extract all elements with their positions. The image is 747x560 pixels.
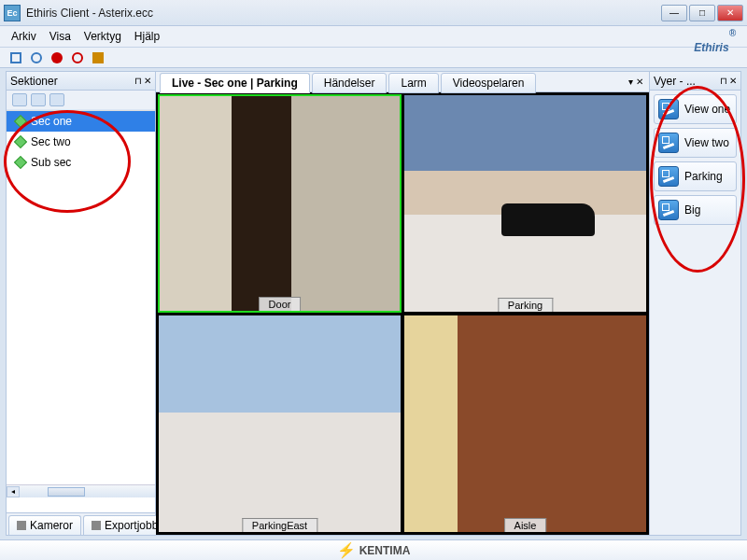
left-panel: Sektioner ⊓ ✕ Sec one Sec two Sub sec — [7, 72, 156, 535]
camera-tile-parkingeast[interactable]: ParkingEast — [158, 315, 402, 533]
app-icon: Ec — [4, 5, 21, 21]
view-btn-view-two[interactable]: View two — [654, 128, 737, 158]
view-list: View one View two Parking Big — [650, 91, 740, 229]
camera-icon — [17, 521, 26, 530]
view-label: Parking — [684, 170, 723, 183]
camera-tile-aisle[interactable]: Aisle — [403, 315, 647, 533]
right-panel-title: Vyer - ... — [654, 75, 696, 88]
tab-live[interactable]: Live - Sec one | Parking — [160, 73, 310, 93]
maximize-button[interactable]: □ — [689, 5, 715, 21]
menu-bar: Arkiv Visa Verktyg Hjälp — [0, 26, 747, 48]
download-icon — [92, 52, 104, 63]
horizontal-scrollbar[interactable]: ◂ — [7, 484, 155, 497]
bullet-icon — [14, 156, 27, 169]
view-btn-big[interactable]: Big — [654, 195, 737, 225]
camera-feed — [160, 96, 400, 311]
export-icon — [92, 521, 101, 530]
bullet-icon — [14, 135, 27, 148]
tab-videospelaren[interactable]: Videospelaren — [441, 73, 537, 93]
main-toolbar — [0, 48, 747, 68]
view-label: View one — [684, 103, 730, 116]
footer: ⚡ KENTIMA — [0, 539, 747, 560]
tree-item-sub-sec[interactable]: Sub sec — [7, 152, 155, 173]
panel-close-icon[interactable]: ✕ — [729, 76, 737, 86]
left-panel-title: Sektioner — [10, 75, 58, 88]
view-icon — [658, 200, 679, 220]
camera-tile-parking[interactable]: Parking — [403, 94, 647, 313]
view-label: Big — [684, 203, 700, 217]
scroll-thumb[interactable] — [48, 487, 85, 497]
view-btn-view-one[interactable]: View one — [654, 94, 737, 124]
record-icon — [51, 52, 63, 63]
view-label: View two — [684, 136, 729, 149]
tab-kameror[interactable]: Kameror — [8, 515, 81, 535]
menu-verktyg[interactable]: Verktyg — [84, 30, 121, 43]
toolbar-button-1[interactable] — [7, 49, 24, 66]
camera-tile-door[interactable]: Door — [158, 94, 402, 313]
tab-handelser[interactable]: Händelser — [312, 73, 388, 93]
camera-feed — [404, 95, 646, 312]
close-button[interactable]: ✕ — [717, 5, 743, 21]
view-btn-parking[interactable]: Parking — [654, 161, 737, 191]
view-icon — [658, 99, 679, 119]
view-icon — [10, 52, 21, 63]
tree-item-label: Sec two — [31, 135, 71, 148]
center-panel: Live - Sec one | Parking Händelser Larm … — [156, 72, 649, 535]
title-bar: Ec Ethiris Client - Asterix.ecc — □ ✕ — [0, 0, 747, 26]
toolbar-button-5[interactable] — [90, 49, 106, 66]
scroll-left-icon[interactable]: ◂ — [7, 486, 20, 497]
camera-label: Door — [259, 297, 302, 311]
menu-arkiv[interactable]: Arkiv — [11, 30, 36, 43]
sub-icon-3[interactable] — [49, 93, 64, 106]
left-sub-toolbar — [7, 91, 155, 110]
power-icon — [72, 52, 83, 63]
view-icon — [658, 133, 679, 153]
camera-feed — [159, 315, 401, 532]
refresh-icon — [31, 52, 42, 63]
left-panel-header: Sektioner ⊓ ✕ — [7, 72, 155, 91]
brand-logo: Ethiris® — [694, 28, 736, 58]
camera-label: ParkingEast — [242, 518, 317, 532]
tab-label: Exportjobb — [105, 519, 158, 532]
tab-dropdown-icon[interactable]: ▾ ✕ — [628, 77, 643, 87]
section-tree: Sec one Sec two Sub sec ◂ — [7, 110, 155, 512]
sub-icon-1[interactable] — [12, 93, 27, 106]
pin-icon[interactable]: ⊓ — [134, 76, 142, 86]
toolbar-button-4[interactable] — [69, 49, 86, 66]
camera-label: Parking — [498, 298, 553, 312]
left-bottom-tabs: Kameror Exportjobb — [7, 512, 155, 535]
tree-item-sec-one[interactable]: Sec one — [7, 111, 155, 132]
tab-exportjobb[interactable]: Exportjobb — [83, 515, 166, 535]
content-area: Sektioner ⊓ ✕ Sec one Sec two Sub sec — [6, 71, 741, 536]
menu-visa[interactable]: Visa — [49, 30, 71, 43]
minimize-button[interactable]: — — [661, 5, 687, 21]
camera-feed — [404, 315, 646, 532]
toolbar-button-2[interactable] — [28, 49, 45, 66]
tree-item-label: Sub sec — [31, 156, 71, 169]
right-panel: Vyer - ... ⊓ ✕ View one View two Parking… — [649, 72, 740, 535]
pin-icon[interactable]: ⊓ — [720, 76, 727, 86]
tab-label: Kameror — [30, 519, 73, 532]
camera-label: Aisle — [504, 518, 547, 532]
bullet-icon — [14, 115, 27, 128]
right-panel-header: Vyer - ... ⊓ ✕ — [650, 72, 740, 91]
window-controls: — □ ✕ — [661, 5, 743, 21]
sub-icon-2[interactable] — [31, 93, 46, 106]
panel-close-icon[interactable]: ✕ — [144, 76, 151, 86]
tree-item-label: Sec one — [31, 115, 72, 128]
tab-larm[interactable]: Larm — [388, 73, 438, 93]
kentima-logo: ⚡ KENTIMA — [337, 541, 411, 559]
menu-hjalp[interactable]: Hjälp — [134, 30, 160, 43]
center-tabs: Live - Sec one | Parking Händelser Larm … — [156, 72, 649, 92]
toolbar-button-3[interactable] — [49, 49, 65, 66]
tree-item-sec-two[interactable]: Sec two — [7, 132, 155, 152]
view-icon — [658, 166, 679, 187]
video-grid: Door Parking ParkingEast Aisle — [156, 92, 649, 535]
bolt-icon: ⚡ — [337, 541, 356, 559]
window-title: Ethiris Client - Asterix.ecc — [26, 7, 153, 20]
